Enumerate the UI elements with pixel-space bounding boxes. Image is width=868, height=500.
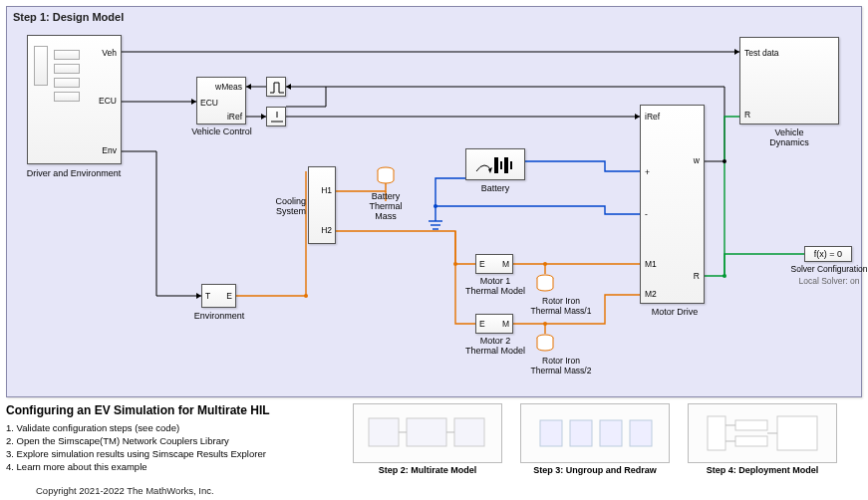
- step4-caption: Step 4: Deployment Model: [683, 465, 842, 475]
- port-md-iref: iRef: [645, 112, 660, 122]
- sum-block[interactable]: [266, 107, 286, 126]
- port-m2-e: E: [479, 319, 485, 329]
- rotor2-label: Rotor Iron Thermal Mass/2: [521, 356, 601, 375]
- port-iref-out: iRef: [227, 112, 242, 122]
- step2-caption: Step 2: Multirate Model: [348, 465, 507, 475]
- config-item[interactable]: Validate configuration steps (see code): [6, 421, 340, 434]
- port-ecu2: ECU: [200, 98, 218, 108]
- solver-sub: Local Solver: on: [764, 276, 868, 286]
- motor-drive-label: Motor Drive: [625, 307, 724, 317]
- cooling-system-block[interactable]: H1 H2: [308, 166, 336, 244]
- battery-thermal-mass-icon[interactable]: [377, 166, 395, 188]
- rotor1-label: Rotor Iron Thermal Mass/1: [521, 296, 601, 316]
- svg-point-9: [543, 262, 547, 266]
- port-md-plus: +: [645, 167, 650, 177]
- svg-rect-37: [708, 416, 725, 450]
- wires-svg: [7, 7, 863, 398]
- design-model-panel: Step 1: Design Model: [6, 6, 862, 397]
- copyright: Copyright 2021-2022 The MathWorks, Inc.: [36, 485, 214, 496]
- config-item[interactable]: Open the Simscape(TM) Network Couplers L…: [6, 434, 340, 447]
- svg-point-13: [723, 159, 726, 163]
- port-veh: Veh: [102, 48, 117, 58]
- vehicle-control-label: Vehicle Control: [174, 126, 269, 136]
- svg-rect-29: [407, 418, 446, 446]
- cooling-system-label: Cooling System: [244, 196, 306, 216]
- port-md-m1: M1: [645, 259, 657, 269]
- step3-preview[interactable]: Step 3: Ungroup and Redraw: [515, 403, 675, 475]
- motor1-thermal-block[interactable]: E M: [475, 254, 513, 274]
- step2-preview[interactable]: Step 2: Multirate Model: [348, 403, 507, 475]
- port-md-m2: M2: [645, 289, 657, 299]
- svg-point-8: [453, 262, 457, 266]
- port-vd-r: R: [744, 110, 750, 120]
- config-list: Validate configuration steps (see code) …: [6, 421, 340, 473]
- bottom-row: Configuring an EV Simulation for Multira…: [6, 403, 862, 483]
- driver-environment-block[interactable]: Veh ECU Env: [27, 35, 122, 164]
- port-ecu: ECU: [99, 96, 117, 106]
- svg-rect-28: [369, 418, 399, 446]
- svg-rect-17: [494, 157, 498, 173]
- solver-config-block[interactable]: f(x) = 0: [804, 246, 852, 262]
- panel-title: Step 1: Design Model: [13, 11, 124, 23]
- environment-label: Environment: [169, 311, 269, 321]
- svg-rect-34: [570, 420, 592, 446]
- config-item[interactable]: Learn more about this example: [6, 460, 340, 473]
- svg-point-12: [723, 274, 726, 278]
- ground-icon: [427, 216, 444, 234]
- port-vd-test: Test data: [744, 48, 779, 58]
- svg-marker-21: [488, 167, 492, 173]
- svg-point-11: [434, 204, 437, 208]
- motor1-thermal-label: Motor 1 Thermal Model: [445, 276, 545, 296]
- svg-rect-39: [735, 436, 767, 446]
- motor2-thermal-label: Motor 2 Thermal Model: [445, 336, 545, 356]
- motor2-thermal-block[interactable]: E M: [475, 314, 513, 334]
- svg-rect-30: [454, 418, 484, 446]
- battery-label: Battery: [445, 183, 545, 193]
- port-env: Env: [102, 145, 117, 155]
- port-wmeas: wMeas: [215, 82, 242, 92]
- svg-rect-18: [500, 161, 502, 169]
- driver-environment-label: Driver and Environment: [24, 168, 124, 178]
- svg-rect-40: [777, 416, 817, 450]
- config-item[interactable]: Explore simulation results using Simscap…: [6, 447, 340, 460]
- vehicle-control-block[interactable]: wMeas ECU iRef: [196, 77, 246, 125]
- environment-block[interactable]: T E: [201, 284, 236, 308]
- port-h2: H2: [321, 225, 332, 235]
- pulse-block[interactable]: [266, 77, 286, 97]
- step3-caption: Step 3: Ungroup and Redraw: [515, 465, 675, 475]
- svg-rect-33: [540, 420, 562, 446]
- port-m1-m: M: [502, 259, 509, 269]
- port-m2-m: M: [502, 319, 509, 329]
- battery-thermal-mass-label: Battery Thermal Mass: [351, 191, 421, 221]
- solver-expr: f(x) = 0: [814, 249, 842, 259]
- port-md-minus: -: [645, 209, 648, 219]
- port-md-r: R: [694, 271, 700, 281]
- rotor1-thermal-mass-icon[interactable]: [536, 274, 554, 296]
- svg-rect-20: [510, 161, 512, 169]
- motor-drive-block[interactable]: iRef + - M1 M2 w R: [640, 105, 705, 304]
- port-md-w: w: [694, 155, 700, 165]
- vehicle-dynamics-label: Vehicle Dynamics: [739, 127, 839, 147]
- svg-rect-19: [504, 157, 508, 173]
- svg-point-10: [543, 322, 547, 326]
- svg-rect-35: [600, 420, 622, 446]
- port-m1-e: E: [479, 259, 485, 269]
- port-h1: H1: [321, 185, 332, 195]
- port-e: E: [226, 291, 232, 301]
- svg-marker-6: [246, 84, 251, 90]
- solver-label: Solver Configuration: [764, 264, 868, 274]
- config-text: Configuring an EV Simulation for Multira…: [6, 403, 340, 473]
- rotor2-thermal-mass-icon[interactable]: [536, 334, 554, 356]
- svg-rect-36: [630, 420, 652, 446]
- svg-point-7: [304, 294, 308, 298]
- port-t: T: [205, 291, 210, 301]
- vehicle-dynamics-block[interactable]: Test data R: [739, 37, 839, 125]
- svg-rect-38: [735, 420, 767, 430]
- step4-preview[interactable]: Step 4: Deployment Model: [683, 403, 842, 475]
- config-title: Configuring an EV Simulation for Multira…: [6, 403, 340, 417]
- battery-block[interactable]: [465, 148, 525, 180]
